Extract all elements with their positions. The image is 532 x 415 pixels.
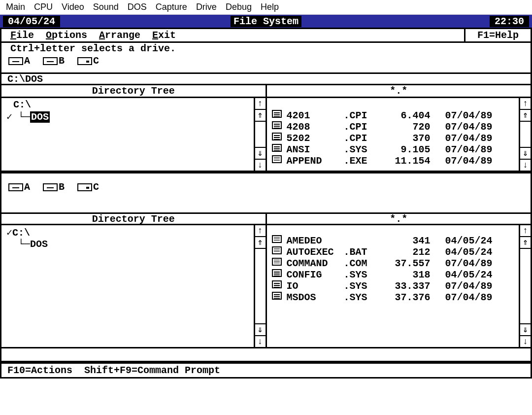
host-menu-help[interactable]: Help — [261, 2, 279, 12]
file-row[interactable]: CONFIG.SYS31804/05/24 — [272, 269, 514, 280]
drive-b[interactable]: B — [43, 181, 65, 193]
file-ext: .BAT — [344, 246, 378, 258]
tree-child[interactable]: ✓ └─DOS — [6, 110, 249, 123]
file-ext: .SYS — [344, 269, 378, 280]
tree-panel-top: C:\✓ └─DOS ↑ ⇑ ⇓ ↓ — [1, 98, 267, 171]
filter-header-top: *.* — [267, 85, 531, 97]
file-icon — [272, 269, 282, 277]
host-menubar: MainCPUVideoSoundDOSCaptureDriveDebugHel… — [0, 0, 532, 15]
scroll-pageup-icon[interactable]: ⇑ — [520, 110, 531, 122]
drive-c[interactable]: C — [77, 181, 99, 193]
file-ext: .CPI — [344, 121, 378, 133]
scrollbar-files-bottom[interactable]: ↑ ⇑ ⇓ ↓ — [519, 225, 531, 347]
drive-b[interactable]: B — [43, 55, 65, 67]
file-name: 5202 — [287, 133, 341, 144]
scroll-down-icon[interactable]: ↓ — [255, 335, 266, 347]
file-name: MSDOS — [287, 292, 341, 303]
file-row[interactable]: 5202.CPI37007/04/89 — [272, 133, 514, 144]
host-menu-capture[interactable]: Capture — [156, 2, 187, 12]
tree-panel-bottom: ✓C:\ └─DOS ↑ ⇑ ⇓ ↓ — [1, 225, 267, 347]
file-name: ANSI — [287, 144, 341, 155]
scroll-up-icon[interactable]: ↑ — [520, 98, 531, 110]
titlebar-date: 04/05/24 — [3, 16, 60, 27]
scroll-pageup-icon[interactable]: ⇑ — [520, 237, 531, 249]
drive-c[interactable]: C — [77, 55, 99, 67]
scroll-pageup-icon[interactable]: ⇑ — [255, 237, 266, 249]
scroll-pagedown-icon[interactable]: ⇓ — [520, 323, 531, 335]
file-size: 6.404 — [381, 110, 431, 121]
file-date: 04/05/24 — [433, 269, 493, 280]
file-panel-bottom: AMEDEO34104/05/24AUTOEXEC.BAT21204/05/24… — [267, 225, 531, 347]
file-row[interactable]: APPEND.EXE11.15407/04/89 — [272, 155, 514, 167]
scroll-down-icon[interactable]: ↓ — [520, 335, 531, 347]
file-icon — [272, 280, 282, 288]
help-hint[interactable]: F1=Help — [464, 29, 531, 41]
menu-exit[interactable]: Exit — [152, 30, 176, 41]
floppy-drive-icon — [43, 57, 58, 65]
file-size: 11.154 — [381, 155, 431, 167]
scrollbar-files-top[interactable]: ↑ ⇑ ⇓ ↓ — [519, 98, 531, 171]
scrollbar-tree-bottom[interactable]: ↑ ⇑ ⇓ ↓ — [254, 225, 266, 347]
file-icon — [272, 246, 282, 254]
pathbar: C:\DOS — [1, 72, 531, 85]
titlebar: 04/05/24 File System 22:30 — [0, 15, 532, 28]
host-menu-video[interactable]: Video — [62, 2, 84, 12]
file-row[interactable]: ANSI.SYS9.10507/04/89 — [272, 144, 514, 155]
file-date: 07/04/89 — [433, 133, 493, 144]
floppy-drive-icon — [8, 183, 23, 191]
file-date: 07/04/89 — [433, 258, 493, 269]
host-menu-main[interactable]: Main — [6, 2, 25, 12]
file-icon — [272, 110, 282, 118]
menu-options[interactable]: Options — [46, 30, 87, 41]
file-size: 370 — [381, 133, 431, 144]
file-row[interactable]: IO.SYS33.33707/04/89 — [272, 280, 514, 292]
file-row[interactable]: AUTOEXEC.BAT21204/05/24 — [272, 246, 514, 258]
drive-a[interactable]: A — [8, 55, 30, 67]
app-menubar: FileOptionsArrangeExit F1=Help — [1, 29, 531, 43]
host-menu-dos[interactable]: DOS — [128, 2, 147, 12]
drive-hint: Ctrl+letter selects a drive. — [1, 43, 531, 54]
scroll-pagedown-icon[interactable]: ⇓ — [255, 147, 266, 159]
scroll-pagedown-icon[interactable]: ⇓ — [520, 147, 531, 159]
file-ext: .SYS — [344, 280, 378, 292]
file-date: 07/04/89 — [433, 155, 493, 167]
file-ext: .SYS — [344, 144, 378, 155]
file-name: AUTOEXEC — [287, 246, 341, 258]
tree-child[interactable]: └─DOS — [6, 239, 249, 250]
tree-root[interactable]: C:\ — [6, 99, 249, 110]
file-row[interactable]: 4201.CPI6.40407/04/89 — [272, 110, 514, 121]
scroll-down-icon[interactable]: ↓ — [255, 159, 266, 171]
scroll-up-icon[interactable]: ↑ — [520, 225, 531, 237]
file-size: 212 — [381, 246, 431, 258]
file-date: 04/05/24 — [433, 246, 493, 258]
file-row[interactable]: MSDOS.SYS37.37607/04/89 — [272, 292, 514, 303]
file-ext — [344, 235, 378, 246]
file-name: 4201 — [287, 110, 341, 121]
tree-header-bottom: Directory Tree — [1, 214, 267, 224]
scroll-pageup-icon[interactable]: ⇑ — [255, 110, 266, 122]
scrollbar-tree-top[interactable]: ↑ ⇑ ⇓ ↓ — [254, 98, 266, 171]
file-row[interactable]: AMEDEO34104/05/24 — [272, 235, 514, 246]
scroll-pagedown-icon[interactable]: ⇓ — [255, 323, 266, 335]
scroll-down-icon[interactable]: ↓ — [520, 159, 531, 171]
host-menu-drive[interactable]: Drive — [196, 2, 217, 12]
file-row[interactable]: 4208.CPI72007/04/89 — [272, 121, 514, 133]
host-menu-debug[interactable]: Debug — [226, 2, 252, 12]
host-menu-sound[interactable]: Sound — [93, 2, 119, 12]
panel-headers-top: Directory Tree *.* — [1, 85, 531, 98]
file-date: 07/04/89 — [433, 121, 493, 133]
hard-drive-icon — [77, 57, 92, 65]
host-menu-cpu[interactable]: CPU — [34, 2, 53, 12]
file-size: 9.105 — [381, 144, 431, 155]
file-ext: .CPI — [344, 110, 378, 121]
scroll-up-icon[interactable]: ↑ — [255, 225, 266, 237]
file-row[interactable]: COMMAND.COM37.55707/04/89 — [272, 258, 514, 269]
file-icon — [272, 235, 282, 243]
menu-file[interactable]: File — [10, 30, 34, 41]
menu-arrange[interactable]: Arrange — [99, 30, 140, 41]
scroll-up-icon[interactable]: ↑ — [255, 98, 266, 110]
file-size: 318 — [381, 269, 431, 280]
drive-selector-top: ABC — [1, 54, 531, 72]
tree-root[interactable]: ✓C:\ — [6, 226, 249, 239]
drive-a[interactable]: A — [8, 181, 30, 193]
